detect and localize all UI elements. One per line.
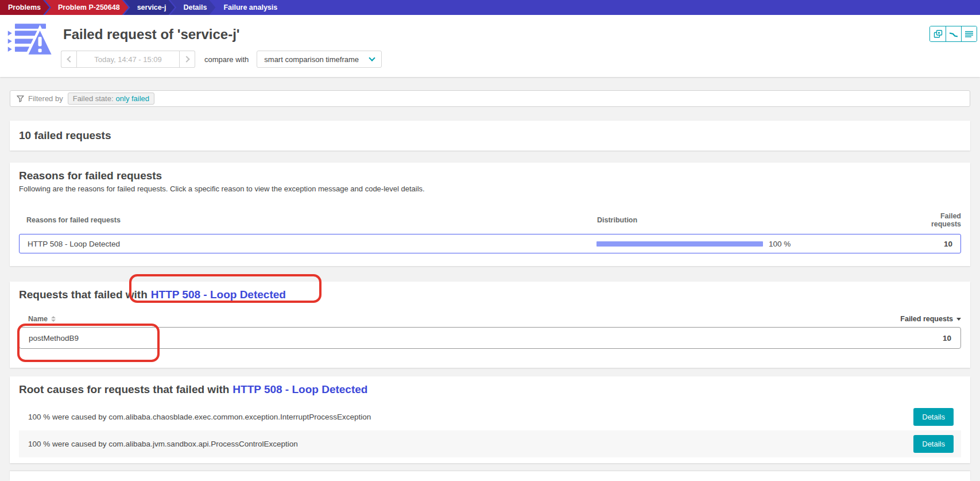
root-causes-title-prefix: Root causes for requests that failed wit… — [19, 383, 229, 395]
list-view-button[interactable] — [961, 26, 977, 41]
reasons-card: Reasons for failed requests Following ar… — [10, 163, 970, 266]
requests-title-prefix: Requests that failed with — [19, 288, 148, 301]
timeframe-display[interactable]: Today, 14:47 - 15:09 — [76, 51, 180, 68]
column-name-label: Name — [28, 315, 48, 323]
requests-title: Requests that failed withHTTP 508 - Loop… — [19, 288, 961, 301]
root-causes-title-reason: HTTP 508 - Loop Detected — [233, 383, 367, 395]
requests-table-header: Name Failed requests — [19, 315, 961, 323]
column-failed-label: Failed requests — [900, 315, 953, 323]
reason-failed-count: 10 — [909, 240, 960, 248]
reason-name: HTTP 508 - Loop Detected — [20, 240, 596, 248]
root-causes-card: Root causes for requests that failed wit… — [10, 376, 970, 463]
timeframe-next-button[interactable] — [180, 51, 195, 68]
sort-icon — [51, 316, 56, 322]
column-failed-sortable[interactable]: Failed requests — [900, 315, 961, 323]
export-pages-button[interactable] — [930, 26, 946, 41]
root-cause-row: 100 % were caused by com.alibaba.jvm.san… — [19, 430, 961, 457]
distribution-bar — [596, 241, 763, 247]
filtered-by-label: Filtered by — [28, 94, 63, 103]
filter-chip-value: only failed — [116, 94, 150, 103]
root-causes-title: Root causes for requests that failed wit… — [19, 383, 961, 396]
reasons-subtitle: Following are the reasons for failed req… — [19, 184, 961, 193]
reason-row-http-508[interactable]: HTTP 508 - Loop Detected 100 % 10 — [19, 234, 961, 253]
root-cause-list: 100 % were caused by com.alibaba.chaosbl… — [19, 403, 961, 457]
request-failed-count: 10 — [943, 334, 951, 343]
reasons-title: Reasons for failed requests — [19, 170, 961, 182]
root-cause-row: 100 % were caused by com.alibaba.chaosbl… — [19, 403, 961, 430]
sort-desc-icon — [956, 318, 961, 321]
distribution-percent: 100 % — [769, 240, 791, 248]
timeframe-prev-button[interactable] — [61, 51, 76, 68]
failure-analysis-page: Problems Problem P-250648 service-j Deta… — [0, 0, 980, 481]
breadcrumb-service[interactable]: service-j — [124, 0, 175, 15]
details-button[interactable]: Details — [913, 408, 954, 426]
breadcrumb-failure-analysis[interactable]: Failure analysis — [211, 0, 286, 15]
chevron-right-icon — [183, 56, 189, 62]
timeframe-controls: Today, 14:47 - 15:09 compare with smart … — [61, 51, 382, 68]
chevron-left-icon — [67, 56, 73, 62]
comparison-timeframe-dropdown[interactable]: smart comparison timeframe — [257, 51, 382, 68]
root-cause-text: 100 % were caused by com.alibaba.chaosbl… — [28, 413, 371, 421]
failed-state-filter-chip[interactable]: Failed state: only failed — [68, 93, 154, 105]
trend-line-icon — [948, 29, 959, 39]
page-header: Failed request of 'service-j' Today, 14:… — [0, 15, 980, 77]
column-name-sortable[interactable]: Name — [19, 315, 56, 323]
distribution-cell: 100 % — [596, 240, 909, 248]
filter-bar: Filtered by Failed state: only failed — [10, 90, 970, 107]
breadcrumb: Problems Problem P-250648 service-j Deta… — [0, 0, 980, 15]
reasons-table-header: Reasons for failed requests Distribution… — [19, 212, 961, 228]
distribution-bar-track — [596, 241, 763, 247]
trend-view-button[interactable] — [946, 26, 961, 41]
details-button[interactable]: Details — [913, 435, 954, 453]
filter-funnel-icon — [16, 94, 25, 103]
failed-requests-card: Requests that failed withHTTP 508 - Loop… — [10, 282, 970, 368]
breadcrumb-problem-id[interactable]: Problem P-250648 — [45, 0, 129, 15]
failed-requests-summary-card: 10 failed requests — [10, 121, 970, 151]
compare-with-label: compare with — [204, 55, 249, 64]
breadcrumb-details[interactable]: Details — [170, 0, 215, 15]
column-reasons: Reasons for failed requests — [19, 216, 597, 224]
view-toggle-group — [929, 26, 977, 42]
request-name: postMethodB9 — [29, 334, 79, 343]
export-pages-icon — [933, 29, 943, 39]
page-title: Failed request of 'service-j' — [63, 26, 240, 43]
filter-chip-key: Failed state: — [73, 94, 114, 103]
request-row-postMethodB9[interactable]: postMethodB9 10 — [19, 327, 961, 349]
root-cause-text: 100 % were caused by com.alibaba.jvm.san… — [28, 440, 298, 448]
chevron-down-icon — [369, 55, 375, 61]
comparison-timeframe-value: smart comparison timeframe — [264, 55, 359, 64]
next-card-sliver — [10, 471, 970, 481]
column-failed-requests: Failed requests — [909, 212, 961, 228]
requests-title-reason: HTTP 508 - Loop Detected — [151, 288, 286, 301]
failed-requests-count-title: 10 failed requests — [19, 129, 111, 142]
failed-request-warning-icon — [7, 22, 54, 61]
list-view-icon — [964, 29, 974, 39]
column-distribution: Distribution — [597, 216, 909, 224]
breadcrumb-problems[interactable]: Problems — [0, 0, 49, 15]
